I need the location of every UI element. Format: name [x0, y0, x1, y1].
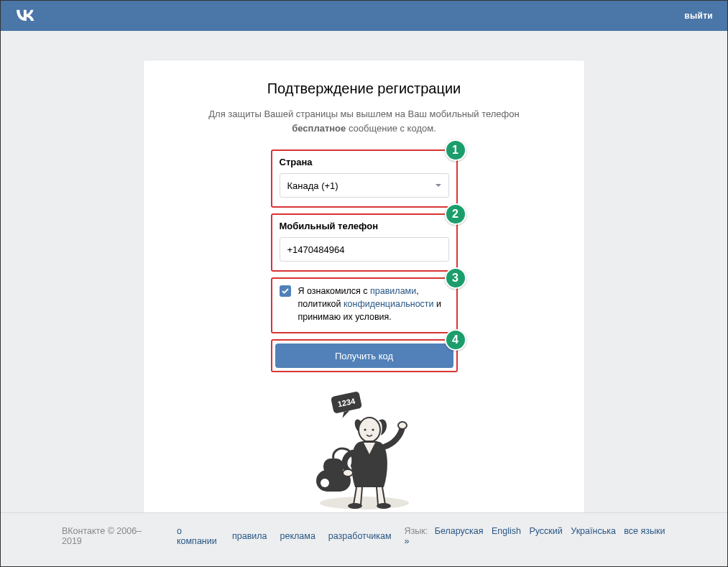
registration-card: Подтверждение регистрации Для защиты Ваш… — [143, 60, 585, 528]
terms-checkbox[interactable] — [280, 285, 291, 297]
footer-devs-link[interactable]: разработчикам — [328, 531, 392, 541]
check-icon — [282, 287, 289, 295]
footer-left: ВКонтакте © 2006–2019 о компании правила… — [62, 526, 405, 546]
rules-link[interactable]: правилами — [370, 286, 416, 296]
country-section: 1 Страна Канада (+1) — [271, 149, 458, 208]
lang-ru[interactable]: Русский — [529, 526, 562, 536]
get-code-button[interactable]: Получить код — [275, 344, 453, 368]
footer-ads-link[interactable]: реклама — [280, 531, 315, 541]
footer-right: Язык: Беларуская English Русский Українс… — [405, 526, 666, 546]
phone-label: Мобильный телефон — [280, 221, 449, 231]
subtitle-prefix: Для защиты Вашей страницы мы вышлем на В… — [208, 109, 519, 119]
submit-section: 4 Получить код — [271, 339, 458, 372]
vk-logo-icon — [15, 9, 35, 21]
terms-row: Я ознакомился с правилами, политикой кон… — [280, 285, 449, 323]
phone-input[interactable] — [280, 237, 449, 262]
country-selected-value: Канада (+1) — [287, 180, 338, 191]
footer-rules-link[interactable]: правила — [232, 531, 267, 541]
country-select[interactable]: Канада (+1) — [280, 173, 449, 198]
copyright: ВКонтакте © 2006–2019 — [62, 526, 151, 546]
svg-point-6 — [364, 429, 366, 431]
main-content: Подтверждение регистрации Для защиты Ваш… — [1, 31, 727, 528]
svg-point-8 — [343, 469, 353, 476]
language-label: Язык: — [405, 526, 428, 536]
terms-text: Я ознакомился с правилами, политикой кон… — [298, 285, 449, 323]
privacy-link[interactable]: конфиденциальности — [344, 299, 434, 309]
logout-link[interactable]: выйти — [684, 11, 713, 21]
brand-link[interactable]: ВКонтакте — [62, 526, 105, 536]
svg-rect-2 — [323, 458, 344, 474]
marker-3: 3 — [445, 267, 466, 289]
vk-logo[interactable] — [15, 6, 35, 25]
terms-t1: Я ознакомился с — [298, 286, 371, 296]
svg-point-0 — [320, 497, 409, 510]
country-label: Страна — [280, 157, 449, 167]
svg-point-7 — [372, 429, 374, 431]
marker-1: 1 — [445, 139, 466, 161]
lang-uk[interactable]: Українська — [571, 526, 616, 536]
subtitle-suffix: сообщение с кодом. — [346, 123, 436, 134]
svg-point-10 — [348, 503, 362, 509]
header: выйти — [1, 1, 727, 31]
lang-be[interactable]: Беларуская — [435, 526, 484, 536]
chevron-down-icon — [436, 184, 441, 187]
svg-point-5 — [359, 418, 380, 442]
subtitle-bold: бесплатное — [292, 123, 346, 134]
svg-point-11 — [377, 503, 391, 509]
footer-about-link[interactable]: о компании — [177, 526, 219, 546]
footer: ВКонтакте © 2006–2019 о компании правила… — [1, 512, 727, 566]
marker-4: 4 — [445, 329, 466, 351]
svg-point-9 — [398, 422, 407, 429]
terms-section: 3 Я ознакомился с правилами, политикой к… — [271, 277, 458, 333]
marker-2: 2 — [445, 203, 466, 225]
phone-section: 2 Мобильный телефон — [271, 213, 458, 272]
form: 1 Страна Канада (+1) 2 Мобильный телефон… — [271, 149, 458, 372]
lang-en[interactable]: English — [492, 526, 521, 536]
svg-point-4 — [321, 479, 329, 487]
sms-illustration: 1234 — [303, 389, 425, 512]
page-subtitle: Для защиты Вашей страницы мы вышлем на В… — [144, 107, 584, 135]
page-title: Подтверждение регистрации — [144, 80, 584, 97]
